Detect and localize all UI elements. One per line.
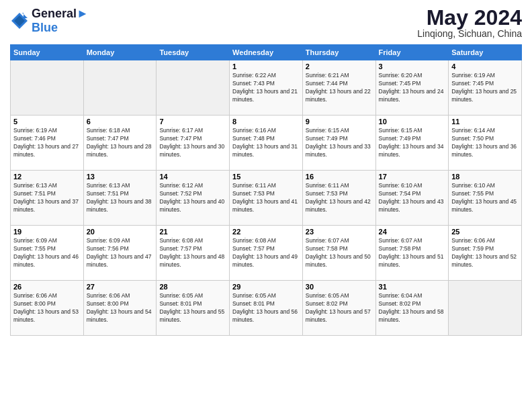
day-info: Sunrise: 6:14 AMSunset: 7:50 PMDaylight:… [451, 127, 519, 159]
calendar-table: SundayMondayTuesdayWednesdayThursdayFrid… [10, 44, 522, 336]
day-number: 7 [159, 118, 226, 126]
day-cell: 30Sunrise: 6:05 AMSunset: 8:02 PMDayligh… [302, 281, 375, 336]
day-number: 15 [232, 173, 300, 181]
day-cell [11, 60, 84, 116]
day-cell: 23Sunrise: 6:07 AMSunset: 7:58 PMDayligh… [302, 226, 375, 281]
day-info: Sunrise: 6:09 AMSunset: 7:55 PMDaylight:… [13, 237, 81, 269]
day-cell: 15Sunrise: 6:11 AMSunset: 7:53 PMDayligh… [230, 171, 303, 226]
day-info: Sunrise: 6:05 AMSunset: 8:02 PMDaylight:… [306, 292, 373, 324]
day-cell: 26Sunrise: 6:06 AMSunset: 8:00 PMDayligh… [11, 281, 84, 336]
calendar-page: General► Blue May 2024 Linqiong, Sichuan… [0, 0, 532, 411]
day-cell: 14Sunrise: 6:12 AMSunset: 7:52 PMDayligh… [157, 171, 230, 226]
day-info: Sunrise: 6:21 AMSunset: 7:44 PMDaylight:… [306, 72, 373, 104]
day-info: Sunrise: 6:19 AMSunset: 7:46 PMDaylight:… [13, 127, 81, 159]
logo-icon [10, 11, 29, 30]
weekday-header-thursday: Thursday [302, 45, 375, 60]
day-info: Sunrise: 6:06 AMSunset: 8:00 PMDaylight:… [87, 292, 154, 324]
weekday-header-tuesday: Tuesday [157, 45, 230, 60]
day-cell: 6Sunrise: 6:18 AMSunset: 7:47 PMDaylight… [83, 116, 157, 171]
weekday-header-row: SundayMondayTuesdayWednesdayThursdayFrid… [11, 45, 522, 60]
day-info: Sunrise: 6:19 AMSunset: 7:45 PMDaylight:… [451, 72, 519, 104]
week-row-3: 12Sunrise: 6:13 AMSunset: 7:51 PMDayligh… [11, 171, 522, 226]
day-number: 21 [159, 228, 226, 236]
day-cell: 25Sunrise: 6:06 AMSunset: 7:59 PMDayligh… [449, 226, 522, 281]
day-info: Sunrise: 6:04 AMSunset: 8:02 PMDaylight:… [379, 292, 446, 324]
day-info: Sunrise: 6:08 AMSunset: 7:57 PMDaylight:… [232, 237, 300, 269]
day-number: 24 [379, 228, 446, 236]
day-info: Sunrise: 6:22 AMSunset: 7:43 PMDaylight:… [232, 72, 300, 104]
day-info: Sunrise: 6:12 AMSunset: 7:52 PMDaylight:… [159, 182, 226, 214]
day-number: 13 [87, 173, 154, 181]
day-cell: 21Sunrise: 6:08 AMSunset: 7:57 PMDayligh… [157, 226, 230, 281]
day-number: 28 [159, 283, 226, 291]
day-info: Sunrise: 6:05 AMSunset: 8:01 PMDaylight:… [159, 292, 226, 324]
week-row-5: 26Sunrise: 6:06 AMSunset: 8:00 PMDayligh… [11, 281, 522, 336]
header: General► Blue May 2024 Linqiong, Sichuan… [10, 7, 522, 39]
day-cell: 13Sunrise: 6:13 AMSunset: 7:51 PMDayligh… [83, 171, 157, 226]
day-cell: 16Sunrise: 6:11 AMSunset: 7:53 PMDayligh… [302, 171, 375, 226]
day-number: 9 [306, 118, 373, 126]
day-cell: 7Sunrise: 6:17 AMSunset: 7:47 PMDaylight… [157, 116, 230, 171]
day-cell: 3Sunrise: 6:20 AMSunset: 7:45 PMDaylight… [375, 60, 449, 116]
weekday-header-sunday: Sunday [11, 45, 84, 60]
day-cell [157, 60, 230, 116]
day-cell: 20Sunrise: 6:09 AMSunset: 7:56 PMDayligh… [83, 226, 157, 281]
day-number: 8 [232, 118, 300, 126]
day-number: 22 [232, 228, 300, 236]
day-number: 27 [87, 283, 154, 291]
day-number: 10 [379, 118, 446, 126]
logo: General► Blue [10, 7, 89, 35]
day-info: Sunrise: 6:13 AMSunset: 7:51 PMDaylight:… [87, 182, 154, 214]
day-info: Sunrise: 6:08 AMSunset: 7:57 PMDaylight:… [159, 237, 226, 269]
day-info: Sunrise: 6:05 AMSunset: 8:01 PMDaylight:… [232, 292, 300, 324]
day-info: Sunrise: 6:13 AMSunset: 7:51 PMDaylight:… [13, 182, 81, 214]
day-number: 20 [87, 228, 154, 236]
title-block: May 2024 Linqiong, Sichuan, China [417, 7, 522, 39]
weekday-header-saturday: Saturday [449, 45, 522, 60]
day-info: Sunrise: 6:20 AMSunset: 7:45 PMDaylight:… [379, 72, 446, 104]
logo-text: General► Blue [32, 7, 89, 35]
day-cell: 4Sunrise: 6:19 AMSunset: 7:45 PMDaylight… [449, 60, 522, 116]
day-number: 25 [451, 228, 519, 236]
day-number: 12 [13, 173, 81, 181]
day-info: Sunrise: 6:07 AMSunset: 7:58 PMDaylight:… [379, 237, 446, 269]
day-cell: 29Sunrise: 6:05 AMSunset: 8:01 PMDayligh… [230, 281, 303, 336]
day-cell: 1Sunrise: 6:22 AMSunset: 7:43 PMDaylight… [230, 60, 303, 116]
day-info: Sunrise: 6:07 AMSunset: 7:58 PMDaylight:… [306, 237, 373, 269]
day-info: Sunrise: 6:06 AMSunset: 7:59 PMDaylight:… [451, 237, 519, 269]
day-info: Sunrise: 6:15 AMSunset: 7:49 PMDaylight:… [379, 127, 446, 159]
day-info: Sunrise: 6:06 AMSunset: 8:00 PMDaylight:… [13, 292, 81, 324]
week-row-1: 1Sunrise: 6:22 AMSunset: 7:43 PMDaylight… [11, 60, 522, 116]
day-cell: 27Sunrise: 6:06 AMSunset: 8:00 PMDayligh… [83, 281, 157, 336]
day-cell: 31Sunrise: 6:04 AMSunset: 8:02 PMDayligh… [375, 281, 449, 336]
day-info: Sunrise: 6:11 AMSunset: 7:53 PMDaylight:… [306, 182, 373, 214]
day-number: 31 [379, 283, 446, 291]
day-info: Sunrise: 6:09 AMSunset: 7:56 PMDaylight:… [87, 237, 154, 269]
day-cell: 10Sunrise: 6:15 AMSunset: 7:49 PMDayligh… [375, 116, 449, 171]
weekday-header-friday: Friday [375, 45, 449, 60]
day-number: 29 [232, 283, 300, 291]
day-number: 17 [379, 173, 446, 181]
day-info: Sunrise: 6:17 AMSunset: 7:47 PMDaylight:… [159, 127, 226, 159]
day-info: Sunrise: 6:15 AMSunset: 7:49 PMDaylight:… [306, 127, 373, 159]
day-cell: 19Sunrise: 6:09 AMSunset: 7:55 PMDayligh… [11, 226, 84, 281]
day-number: 18 [451, 173, 519, 181]
day-info: Sunrise: 6:10 AMSunset: 7:55 PMDaylight:… [451, 182, 519, 214]
day-number: 3 [379, 62, 446, 71]
day-info: Sunrise: 6:10 AMSunset: 7:54 PMDaylight:… [379, 182, 446, 214]
day-number: 23 [306, 228, 373, 236]
month-title: May 2024 [417, 7, 522, 28]
day-info: Sunrise: 6:18 AMSunset: 7:47 PMDaylight:… [87, 127, 154, 159]
day-number: 5 [13, 118, 81, 126]
day-number: 4 [451, 62, 519, 71]
day-number: 26 [13, 283, 81, 291]
day-cell: 11Sunrise: 6:14 AMSunset: 7:50 PMDayligh… [449, 116, 522, 171]
day-number: 11 [451, 118, 519, 126]
day-cell: 12Sunrise: 6:13 AMSunset: 7:51 PMDayligh… [11, 171, 84, 226]
day-info: Sunrise: 6:16 AMSunset: 7:48 PMDaylight:… [232, 127, 300, 159]
location: Linqiong, Sichuan, China [417, 28, 522, 39]
day-number: 16 [306, 173, 373, 181]
day-number: 6 [87, 118, 154, 126]
day-cell: 8Sunrise: 6:16 AMSunset: 7:48 PMDaylight… [230, 116, 303, 171]
day-number: 2 [306, 62, 373, 71]
